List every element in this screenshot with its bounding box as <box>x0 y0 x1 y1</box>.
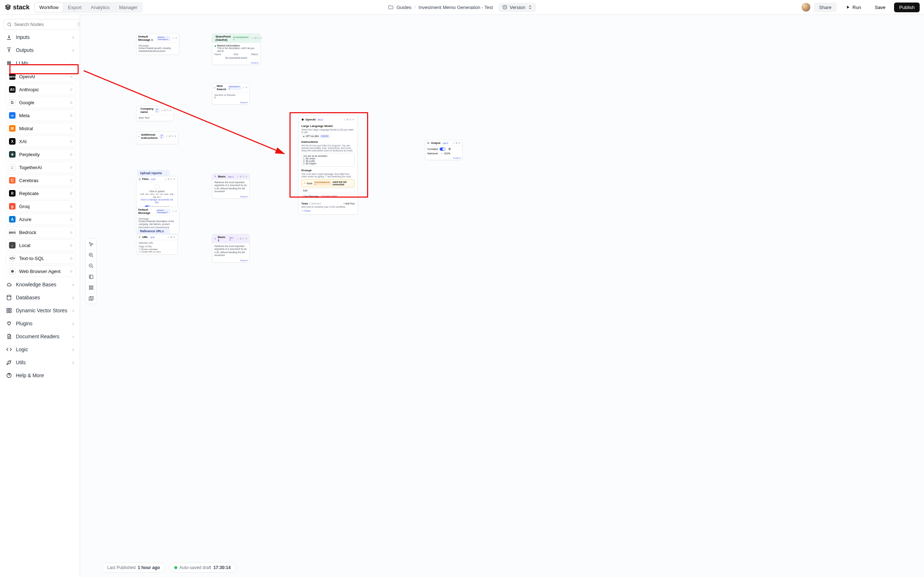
svg-rect-7 <box>7 308 9 310</box>
azure-icon: A <box>9 216 16 222</box>
avatar[interactable] <box>802 3 810 11</box>
tool-zoom-out[interactable] <box>86 260 96 271</box>
llm-label: XAI <box>19 139 27 144</box>
llm-item-mistral[interactable]: MMistral≡ <box>6 122 76 134</box>
node-basic-1[interactable]: Basic 1doc-2⤢⚙↻✕ Retrieves the most impo… <box>212 234 250 263</box>
sparkle-icon <box>214 175 216 178</box>
help-icon <box>6 372 12 378</box>
warning-banner: ⚠Node knowledgebase-1 used but not conne… <box>301 179 354 187</box>
brand-logo: stack <box>4 3 30 11</box>
breadcrumb-title[interactable]: Investment Memo Generation - Test <box>419 5 493 10</box>
tool-components[interactable] <box>86 282 96 293</box>
svg-point-6 <box>7 295 11 297</box>
local-icon: ⌂ <box>9 242 16 248</box>
search-input-wrap[interactable]: CtrlK <box>3 19 80 29</box>
node-additional-instructions[interactable]: Additional instructionsin-2⤢⚙↻✕ <box>136 132 179 144</box>
llm-item-google[interactable]: GGoogle≡ <box>6 97 76 108</box>
upload-icon <box>6 47 12 53</box>
llm-item-text-to-sql[interactable]: </>Text-to-SQL≡ <box>6 253 76 264</box>
run-button[interactable]: Run <box>840 3 866 12</box>
node-default-message-1[interactable]: Default Message 1default-message-1⤢✕ Mes… <box>136 34 179 55</box>
tab-export[interactable]: Export <box>63 3 86 12</box>
llm-item-web-browser-agent[interactable]: ☸Web Browser Agent≡ <box>6 266 76 277</box>
cat-logic[interactable]: Logic› <box>3 344 76 355</box>
llm-item-togetherai[interactable]: ::TogetherAI≡ <box>6 161 76 173</box>
folder-icon <box>388 4 394 10</box>
grip-icon: ≡ <box>69 204 73 209</box>
cat-outputs[interactable]: Outputs› <box>3 45 76 56</box>
openai-icon <box>301 118 304 121</box>
node-company-name[interactable]: Company namein-1⤢⚙↻✕ Anex Tech <box>136 106 174 121</box>
document-icon <box>6 334 12 339</box>
canvas[interactable]: Default Message 1default-message-1⤢✕ Mes… <box>80 15 924 577</box>
llm-item-openai[interactable]: openaiOpenAI≡ <box>6 71 76 82</box>
tab-analytics[interactable]: Analytics <box>87 3 114 12</box>
tab-workflow[interactable]: Workflow <box>35 3 63 12</box>
publish-button[interactable]: Publish <box>894 3 920 12</box>
tab-manager[interactable]: Manager <box>115 3 142 12</box>
web browser agent-icon: ☸ <box>9 268 16 274</box>
version-dropdown[interactable]: Version <box>499 3 536 12</box>
sparkle-icon <box>214 238 216 240</box>
add-tool-button[interactable]: + Add Tool <box>344 202 354 205</box>
svg-rect-9 <box>7 311 9 313</box>
llm-label: Google <box>19 100 34 105</box>
text-icon <box>138 109 139 112</box>
database-icon <box>6 295 12 300</box>
tool-pointer[interactable] <box>86 239 96 250</box>
breadcrumb: Guides / Investment Memo Generation - Te… <box>388 3 536 12</box>
llm-item-xai[interactable]: XXAI≡ <box>6 135 76 147</box>
cat-help[interactable]: Help & More <box>3 370 76 381</box>
search-icon <box>7 22 12 27</box>
node-basic[interactable]: Basicdoc-1⤢⚙↻✕ Retrieves the most import… <box>212 174 250 199</box>
llm-item-perplexity[interactable]: ✳Perplexity≡ <box>6 148 76 160</box>
llm-item-cerebras[interactable]: CCerebras≡ <box>6 174 76 186</box>
breadcrumb-folder[interactable]: Guides <box>397 5 412 10</box>
llm-item-groq[interactable]: gGroq≡ <box>6 200 76 212</box>
llm-label: Mistral <box>19 126 33 131</box>
cat-llms[interactable]: LLMs⌄ <box>3 58 76 69</box>
node-web-search[interactable]: Web Searchwebsearch-1⤢✕ Number of Result… <box>212 83 250 105</box>
canvas-toolbar <box>85 239 97 304</box>
pointer-icon <box>89 242 94 247</box>
node-url[interactable]: URLin-4⤢⚙✕ Website URL Page HTML ☐Scrape… <box>136 234 178 255</box>
cat-utils[interactable]: Utils› <box>3 357 76 368</box>
zoom-in-icon <box>89 253 94 258</box>
cat-databases[interactable]: Databases› <box>3 292 76 303</box>
share-button[interactable]: Share <box>814 3 837 12</box>
tool-minimap[interactable] <box>86 293 96 304</box>
grip-icon: ≡ <box>69 139 73 144</box>
llm-label: Web Browser Agent <box>19 269 61 274</box>
tool-fit[interactable] <box>86 271 96 282</box>
bedrock-icon: aws <box>9 229 16 235</box>
llm-item-local[interactable]: ⌂Local≡ <box>6 239 76 251</box>
node-sharepoint[interactable]: SharePoint (Oauth2)knowledgebase-1⤢⚙↻✕ ●… <box>212 34 261 65</box>
llm-label: Text-to-SQL <box>19 256 44 261</box>
cat-dynamic-vector-stores[interactable]: Dynamic Vector Stores› <box>3 305 76 316</box>
node-openai[interactable]: OpenAI llm-1 ⤢⚙↻✕ Large Language Model S… <box>298 115 358 214</box>
llm-label: Local <box>19 243 30 248</box>
model-selector[interactable]: ●GPT-4o-Mini128000 <box>301 134 331 138</box>
cat-inputs[interactable]: Inputs› <box>3 32 76 43</box>
grip-icon: ≡ <box>69 243 73 248</box>
llm-item-bedrock[interactable]: awsBedrock≡ <box>6 226 76 238</box>
svg-point-5 <box>10 63 11 65</box>
svg-point-3 <box>10 61 11 63</box>
cat-knowledge-bases[interactable]: Knowledge Bases› <box>3 279 76 290</box>
search-input[interactable] <box>14 22 75 27</box>
cat-document-readers[interactable]: Document Readers› <box>3 331 76 342</box>
status-bar: Last Published1 hour ago Auto-saved draf… <box>102 562 236 573</box>
save-button[interactable]: Save <box>870 3 891 12</box>
llm-item-meta[interactable]: ∞Meta≡ <box>6 110 76 121</box>
llm-item-azure[interactable]: AAzure≡ <box>6 213 76 225</box>
llm-item-anthropic[interactable]: A\\Anthropic≡ <box>6 84 76 95</box>
perplexity-icon: ✳ <box>9 151 16 158</box>
plug-icon <box>6 321 12 326</box>
tool-zoom-in[interactable] <box>86 250 96 260</box>
cat-plugins[interactable]: Plugins› <box>3 318 76 329</box>
llm-label: Cerebras <box>19 178 38 183</box>
node-output[interactable]: Outputout-1⤢⚙✕ Formatted ⦿Markdown ○JSON… <box>425 140 463 160</box>
formatted-toggle[interactable] <box>439 148 446 151</box>
llm-item-replicate[interactable]: RReplicate≡ <box>6 187 76 199</box>
instructions-box[interactable]: You are an AI assistant.1. Be smart2. Be… <box>301 153 354 167</box>
